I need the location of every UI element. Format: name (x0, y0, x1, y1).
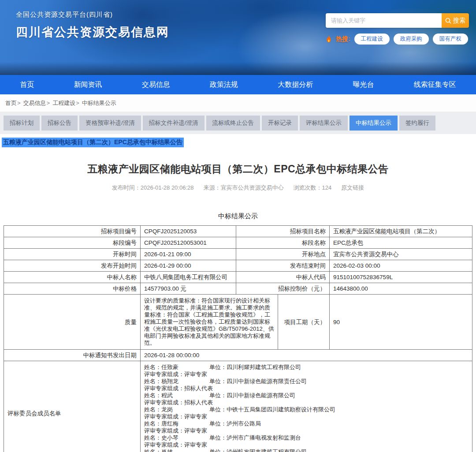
breadcrumb-current: 中标结果公示 (82, 99, 116, 107)
member-name: 姓名：任致豪 (144, 364, 209, 371)
view-count: 浏览次数：124 (294, 184, 332, 192)
tab-opening-record[interactable]: 开标记录 (262, 116, 298, 131)
table-row-quality: 质量 设计要求的质量标准：符合国家现行的设计相关标准、规范的规定，并满足施工要求… (4, 295, 472, 350)
table-caption: 中标结果公示 (0, 212, 476, 220)
member-unit: 单位：四川中新绿色能源有限公司 (209, 392, 469, 399)
nav-item-bigdata[interactable]: 大数据分析 (273, 80, 317, 90)
row-value: 91510100752836759L (330, 272, 473, 283)
row-value: 中铁八局集团电务工程有限公司 (141, 272, 236, 283)
member-name: 姓名：肖雄 (144, 448, 209, 452)
table-row: 发布开始时间 2026-01-29 00:00 发布结束时间 2026-02-0… (4, 260, 472, 272)
row-value: 宜宾市公共资源交易中心 (330, 249, 473, 260)
flame-icon (326, 35, 332, 43)
tab-award-result[interactable]: 中标结果公示 (350, 116, 398, 131)
row-label: 中标人代码 (236, 272, 330, 283)
search-icon (445, 18, 451, 24)
member-role: 评审专家组成：评审专家 (144, 413, 469, 420)
result-link-selected[interactable]: 五粮液产业园区储能电站项目（第二次）EPC总承包中标结果公告 (2, 138, 184, 147)
committee-member: 姓名：龙岗 单位：中铁十五局集团四川建筑勘察设计有限公司 评审专家组成：评审专家 (144, 406, 469, 420)
page-title: 五粮液产业园区储能电站项目（第二次）EPC总承包中标结果公告 (0, 162, 476, 176)
original-link[interactable]: 原文链接 (341, 184, 364, 192)
member-unit: 单位：四川利耀邦建筑工程有限公司 (209, 364, 469, 371)
table-row: 标段编号 CPQFJ2025120053001 标段名称 EPC总承包 (4, 237, 472, 249)
row-value: 2026-01-21 09:00 (141, 249, 236, 260)
committee-member: 姓名：杨翔龙 单位：四川中新绿色能源有限责任公司 评审专家组成：招标人代表 (144, 378, 469, 392)
hot-search-label: 热搜: (336, 35, 350, 43)
hot-tag-engineering[interactable]: 工程建设 (354, 34, 390, 45)
row-label: 招标控制价（元） (236, 283, 330, 294)
row-value: 14643800.00 (330, 283, 473, 294)
article-meta: 发布时间：2026-01-28 20:06:28 来源：宜宾市公共资源交易中心 … (0, 184, 476, 192)
member-unit: 单位：泸州航发固丰建筑工程有限公司 (209, 448, 469, 452)
search-button[interactable]: 搜索 (442, 13, 469, 28)
member-role: 评审专家组成：招标人代表 (144, 399, 469, 406)
site-title: 四川省公共资源交易信息网 (16, 24, 169, 40)
row-label: 发布开始时间 (4, 260, 141, 271)
breadcrumb-home[interactable]: 首页 (5, 99, 17, 107)
member-role: 评审专家组成：评审专家 (144, 371, 469, 378)
search-button-label: 搜索 (453, 17, 465, 25)
breadcrumb-separator: > (47, 100, 50, 106)
tab-contract-performance[interactable]: 签约履行 (399, 116, 435, 131)
member-name: 姓名：杨翔龙 (144, 378, 209, 385)
nav-item-exposure[interactable]: 曝光台 (349, 80, 379, 90)
table-row: 招标项目编号 CPQFJ2025120053 招标项目名称 五粮液产业园区储能电… (4, 226, 472, 237)
member-role: 评审专家组成：招标人代表 (144, 385, 469, 392)
row-label: 项目工期（天） (278, 295, 330, 349)
tab-document-addendum[interactable]: 招标文件补遗/澄清 (143, 116, 205, 131)
quality-text: 设计要求的质量标准：符合国家现行的设计相关标准、规范的规定，并满足施工要求。施工… (141, 295, 278, 349)
tab-failed-or-terminated[interactable]: 流标或终止公告 (206, 116, 260, 131)
table-row: 开标时间 2026-01-21 09:00 开标地点 宜宾市公共资源交易中心 (4, 249, 472, 260)
row-value: 2026-02-03 00:00 (330, 260, 473, 271)
publish-time: 发布时间：2026-01-28 20:06:28 (112, 184, 194, 192)
result-list: 五粮液产业园区储能电站项目（第二次）EPC总承包中标结果公告 (0, 134, 476, 147)
row-label: 开标地点 (236, 249, 330, 260)
row-label: 中标通知书发出日期 (4, 350, 141, 361)
member-role: 评审专家组成：评审专家 (144, 427, 469, 434)
row-label: 招标项目名称 (236, 226, 330, 237)
table-row-committee: 评标委员会成员名单 姓名：任致豪 单位：四川利耀邦建筑工程有限公司 评审专家组成… (4, 361, 472, 452)
committee-member: 姓名：唐红梅 单位：泸州市公路局 评审专家组成：评审专家 (144, 420, 469, 434)
tab-evaluation-result[interactable]: 评标结果公示 (300, 116, 348, 131)
member-unit: 单位：中铁十五局集团四川建筑勘察设计有限公司 (209, 406, 469, 413)
tab-bid-announcement[interactable]: 招标公告 (41, 116, 78, 131)
main-nav: 首页 新闻资讯 交易信息 政策法规 大数据分析 曝光台 线索征集专区 (0, 75, 476, 94)
row-value: CPQFJ2025120053 (141, 226, 236, 237)
tab-prequalification-addendum[interactable]: 资格预审补遗/澄清 (79, 116, 141, 131)
row-value: 2026-01-28 00:00:00 (141, 350, 473, 361)
row-label: 评标委员会成员名单 (4, 361, 141, 452)
member-role: 评审专家组成：评审专家 (144, 441, 469, 448)
member-name: 姓名：程武 (144, 392, 209, 399)
breadcrumb: 首页 > 交易信息 > 工程建设 > 中标结果公示 (0, 94, 476, 112)
source: 来源：宜宾市公共资源交易中心 (204, 184, 284, 192)
committee-members: 姓名：任致豪 单位：四川利耀邦建筑工程有限公司 评审专家组成：评审专家 姓名：杨… (141, 361, 473, 452)
row-label: 标段名称 (236, 237, 330, 248)
nav-item-news[interactable]: 新闻资讯 (69, 80, 106, 90)
search-area: 搜索 热搜: 工程建设 政府采购 国有产权 (326, 13, 469, 45)
table-row: 中标价格 14577903.00 元 招标控制价（元） 14643800.00 (4, 283, 472, 295)
hot-tag-stateowned[interactable]: 国有产权 (433, 34, 468, 45)
search-input[interactable] (326, 13, 442, 28)
nav-item-policy[interactable]: 政策法规 (205, 80, 242, 90)
row-value: 90 (330, 295, 473, 349)
breadcrumb-trade-info[interactable]: 交易信息 (23, 99, 46, 107)
nav-item-home[interactable]: 首页 (15, 80, 38, 90)
breadcrumb-engineering[interactable]: 工程建设 (52, 99, 75, 107)
committee-member: 姓名：程武 单位：四川中新绿色能源有限公司 评审专家组成：招标人代表 (144, 392, 469, 406)
committee-member: 姓名：任致豪 单位：四川利耀邦建筑工程有限公司 评审专家组成：评审专家 (144, 364, 469, 378)
row-label: 招标项目编号 (4, 226, 141, 237)
nav-item-trade-info[interactable]: 交易信息 (138, 80, 175, 90)
hot-tag-government[interactable]: 政府采购 (394, 34, 429, 45)
row-label: 发布结束时间 (236, 260, 330, 271)
member-name: 姓名：龙岗 (144, 406, 209, 413)
category-tabs: 招标计划 招标公告 资格预审补遗/澄清 招标文件补遗/澄清 流标或终止公告 开标… (0, 112, 476, 134)
member-name: 姓名：唐红梅 (144, 420, 209, 427)
row-label: 中标人名称 (4, 272, 141, 283)
nav-item-clue[interactable]: 线索征集专区 (409, 80, 461, 90)
tab-bid-plan[interactable]: 招标计划 (4, 116, 40, 131)
committee-member: 姓名：史小琴 单位：泸州市广播电视发射和监测台 评审专家组成：评审专家 (144, 434, 469, 448)
row-label: 开标时间 (4, 249, 141, 260)
row-value: EPC总承包 (330, 237, 473, 248)
table-row: 中标人名称 中铁八局集团电务工程有限公司 中标人代码 9151010075283… (4, 272, 472, 283)
row-value: CPQFJ2025120053001 (141, 237, 236, 248)
